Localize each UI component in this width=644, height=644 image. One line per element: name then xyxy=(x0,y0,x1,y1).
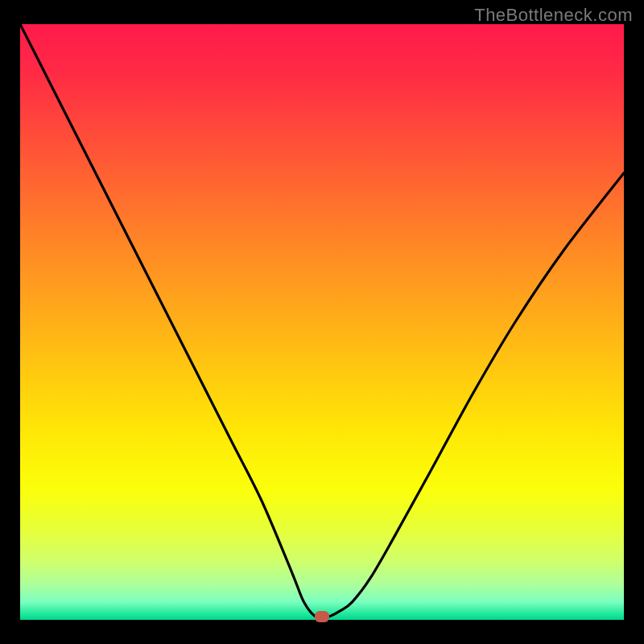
watermark-text: TheBottleneck.com xyxy=(474,5,633,26)
minimum-marker xyxy=(315,611,329,622)
bottleneck-curve xyxy=(20,24,624,620)
chart-frame: TheBottleneck.com xyxy=(0,0,644,644)
plot-area xyxy=(20,24,624,620)
curve-path xyxy=(20,24,624,618)
